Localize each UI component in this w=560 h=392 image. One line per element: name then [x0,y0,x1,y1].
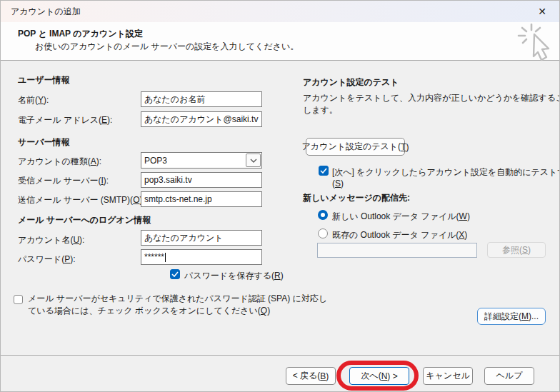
more-settings-button[interactable]: 詳細設定(M)... [477,308,546,325]
server-info-section-heading: サーバー情報 [18,136,70,149]
auto-test-label[interactable]: [次へ] をクリックしたらアカウント設定を自動的にテストする [332,166,560,179]
password-input[interactable]: ****** [141,249,262,265]
close-icon: ✕ [538,6,546,17]
save-password-label[interactable]: パスワードを保存する(R) [184,270,284,282]
user-info-section-heading: ユーザー情報 [18,74,70,86]
dialog-heading: POP と IMAP のアカウント設定 [18,28,143,40]
text-caret [165,253,166,262]
outgoing-server-input[interactable] [141,191,262,207]
account-test-section-heading: アカウント設定のテスト [303,76,399,89]
account-test-description-line1: アカウントをテストして、入力内容が正しいかどうかを確認することをお勧め [303,92,560,104]
account-test-description-line2: します。 [303,104,338,116]
existing-data-file-path-input [317,243,477,258]
back-button[interactable]: < 戻る(B) [286,367,336,385]
delivery-section-heading: 新しいメッセージの配信先: [303,192,410,204]
incoming-server-input[interactable] [141,172,262,188]
account-type-label: アカウントの種類(A): [18,156,101,168]
save-password-checkbox[interactable] [170,269,180,279]
email-label: 電子メール アドレス(E): [18,114,112,126]
incoming-server-label: 受信メール サーバー(I): [18,175,109,187]
account-name-label: アカウント名(U): [18,234,84,246]
password-value: ****** [144,252,164,262]
account-name-input[interactable] [141,230,262,246]
wizard-cursor-icon [516,24,558,64]
title-bar: アカウントの追加 [1,1,560,22]
existing-data-file-radio[interactable] [318,228,328,238]
cancel-button[interactable]: キャンセル [423,367,473,385]
dialog-header: POP と IMAP のアカウント設定 お使いのアカウントのメール サーバーの設… [1,22,560,61]
new-data-file-radio[interactable] [318,210,328,220]
spa-checkbox-label[interactable]: メール サーバーがセキュリティで保護されたパスワード認証 (SPA) に対応し … [28,293,327,317]
auto-test-accesskey: (S) [332,179,344,189]
new-data-file-label[interactable]: 新しい Outlook データ ファイル(W) [332,211,470,223]
dialog-subtitle: お使いのアカウントのメール サーバーの設定を入力してください。 [35,41,299,53]
window-title: アカウントの追加 [11,6,81,18]
existing-data-file-label[interactable]: 既存の Outlook データ ファイル(X) [332,229,467,241]
spa-checkbox[interactable] [14,295,23,304]
help-button[interactable]: ヘルプ [484,367,534,385]
logon-info-section-heading: メール サーバーへのログオン情報 [18,214,151,226]
email-input[interactable] [141,111,262,127]
account-type-dropdown[interactable]: POP3 [141,152,262,169]
account-type-value: POP3 [144,156,167,166]
auto-test-checkbox[interactable] [319,166,329,176]
add-account-dialog: アカウントの追加 ✕ POP と IMAP のアカウント設定 お使いのアカウント… [0,0,560,392]
chevron-down-icon[interactable] [246,154,261,167]
password-label: パスワード(P): [18,253,75,266]
browse-button: 参照(S) [487,242,546,258]
outgoing-server-label: 送信メール サーバー (SMTP)(O): [18,194,145,206]
test-account-settings-button[interactable]: アカウント設定のテスト(T) [306,138,405,156]
name-label: 名前(Y): [18,94,49,106]
name-input[interactable] [141,91,262,107]
footer-divider [1,355,560,356]
close-button[interactable]: ✕ [526,1,558,22]
next-button[interactable]: 次へ(N) > [349,367,409,385]
